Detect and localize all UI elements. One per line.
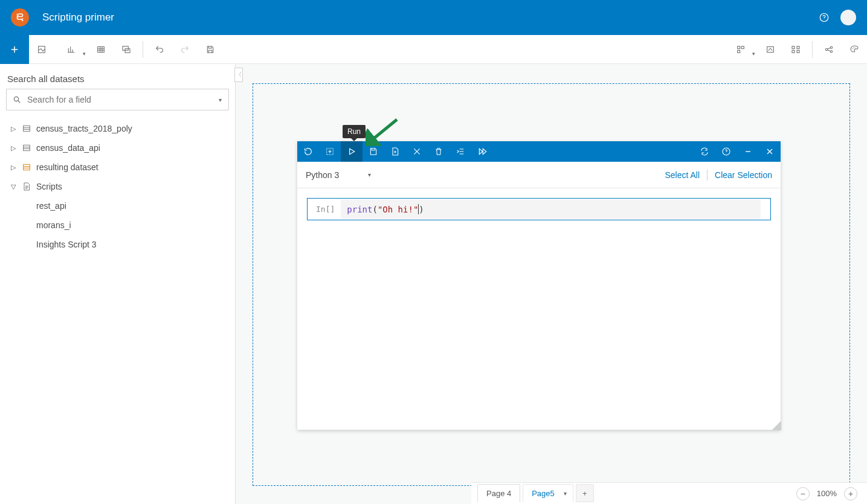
chevron-down-icon[interactable]: ▾ xyxy=(211,97,228,103)
expand-icon[interactable]: ▷ xyxy=(7,125,19,133)
workspace-canvas[interactable]: Run xyxy=(236,64,867,504)
tree-item-label: census_tracts_2018_poly xyxy=(34,124,132,133)
restart-icon[interactable] xyxy=(297,141,319,162)
import-file-icon[interactable] xyxy=(384,141,406,162)
theme-icon[interactable] xyxy=(842,35,867,64)
divider xyxy=(707,170,707,180)
app-header: Scripting primer xyxy=(0,0,867,35)
indent-icon[interactable] xyxy=(450,141,471,162)
card-dropzone: Run xyxy=(253,83,850,486)
svg-rect-10 xyxy=(792,46,794,48)
kernel-select[interactable]: Python 3 ▾ xyxy=(306,170,371,180)
refresh-icon[interactable] xyxy=(694,141,715,162)
svg-rect-21 xyxy=(24,126,30,131)
svg-point-1 xyxy=(824,19,825,20)
save-icon[interactable] xyxy=(198,35,223,64)
page-tab-label: Page5 xyxy=(532,489,555,498)
undo-icon[interactable] xyxy=(147,35,172,64)
clear-selection-button[interactable]: Clear Selection xyxy=(715,170,772,180)
tree-item-dataset[interactable]: ▷ census_tracts_2018_poly xyxy=(6,119,229,138)
model-card-icon[interactable] xyxy=(114,35,139,64)
tree-item-label: resulting dataset xyxy=(34,162,98,172)
console-help-icon[interactable] xyxy=(715,141,737,162)
svg-rect-8 xyxy=(738,50,740,53)
svg-point-19 xyxy=(856,48,856,48)
tools-icon[interactable] xyxy=(406,141,428,162)
code-cell[interactable]: In[] print("Oh hi!") xyxy=(307,198,771,220)
tree-item-label: Scripts xyxy=(34,182,62,191)
search-field[interactable] xyxy=(27,95,211,104)
filter-widget-icon[interactable] xyxy=(783,35,808,64)
run-all-icon[interactable] xyxy=(471,141,493,162)
select-all-button[interactable]: Select All xyxy=(665,170,700,180)
svg-rect-13 xyxy=(797,50,799,53)
search-input[interactable]: ▾ xyxy=(6,89,229,110)
console-body: In[] print("Oh hi!") xyxy=(297,188,781,430)
svg-rect-4 xyxy=(123,46,128,50)
chevron-down-icon[interactable]: ▾ xyxy=(564,490,567,497)
tree-item-script-child[interactable]: Insights Script 3 xyxy=(6,235,229,254)
tree-item-script-child[interactable]: morans_i xyxy=(6,215,229,235)
console-subtoolbar: Python 3 ▾ Select All Clear Selection xyxy=(297,162,781,188)
page-tab-active[interactable]: Page5 ▾ xyxy=(523,484,573,502)
console-toolbar xyxy=(297,141,781,162)
table-icon xyxy=(19,124,34,133)
tree-item-label: morans_i xyxy=(36,220,71,230)
svg-rect-22 xyxy=(24,145,30,150)
dataset-tree: ▷ census_tracts_2018_poly ▷ census_data_… xyxy=(6,119,229,254)
toolbar-divider xyxy=(143,41,143,58)
collapse-panel-icon[interactable]: 〈 xyxy=(234,68,243,82)
svg-rect-11 xyxy=(797,46,799,48)
add-page-button[interactable]: + xyxy=(576,484,594,502)
zoom-controls: − 100% + xyxy=(796,487,867,500)
tree-item-dataset[interactable]: ▷ resulting dataset xyxy=(6,158,229,177)
expand-icon[interactable]: ▷ xyxy=(7,144,19,152)
table-card-icon[interactable] xyxy=(88,35,114,64)
page-footer: Page 4 Page5 ▾ + − 100% + xyxy=(471,482,867,504)
help-icon[interactable] xyxy=(819,12,830,23)
tree-item-dataset[interactable]: ▷ census_data_api xyxy=(6,138,229,158)
minimize-icon[interactable] xyxy=(737,141,759,162)
svg-point-17 xyxy=(852,48,852,49)
collapse-icon[interactable]: ▽ xyxy=(7,183,19,191)
search-icon xyxy=(7,95,27,104)
code-input[interactable]: print("Oh hi!") xyxy=(341,199,761,219)
tree-item-scripts[interactable]: ▽ Scripts xyxy=(6,177,229,196)
expand-icon[interactable]: ▷ xyxy=(7,164,19,171)
zoom-out-button[interactable]: − xyxy=(796,487,810,500)
svg-rect-3 xyxy=(98,46,105,52)
run-tooltip: Run xyxy=(343,125,366,138)
zoom-in-button[interactable]: + xyxy=(844,487,857,500)
delete-icon[interactable] xyxy=(428,141,450,162)
add-button[interactable] xyxy=(0,35,29,64)
zoom-level: 100% xyxy=(817,489,837,498)
table-icon xyxy=(19,143,34,153)
widgets-icon[interactable]: ▾ xyxy=(724,35,758,64)
add-cell-icon[interactable] xyxy=(319,141,341,162)
script-console-card: Python 3 ▾ Select All Clear Selection In… xyxy=(297,141,781,430)
close-icon[interactable] xyxy=(759,141,781,162)
svg-rect-23 xyxy=(24,164,30,170)
svg-rect-9 xyxy=(767,46,774,52)
data-panel: Search all datasets ▾ ▷ census_tracts_20… xyxy=(0,64,236,504)
script-icon xyxy=(19,182,34,191)
svg-rect-12 xyxy=(792,50,794,53)
save-script-icon[interactable] xyxy=(363,141,384,162)
run-button[interactable] xyxy=(341,141,363,162)
resize-handle[interactable] xyxy=(772,421,781,430)
result-icon xyxy=(19,162,34,172)
chart-card-icon[interactable]: ▾ xyxy=(54,35,88,64)
avatar[interactable] xyxy=(840,10,856,25)
page-tab[interactable]: Page 4 xyxy=(477,484,520,502)
redo-icon[interactable] xyxy=(172,35,198,64)
svg-point-27 xyxy=(726,153,727,154)
link-icon[interactable] xyxy=(816,35,842,64)
text-widget-icon[interactable] xyxy=(758,35,783,64)
tree-item-label: census_data_api xyxy=(34,143,100,153)
tree-item-script-child[interactable]: rest_api xyxy=(6,196,229,215)
svg-point-20 xyxy=(14,97,18,101)
sidebar-title: Search all datasets xyxy=(7,74,229,84)
svg-rect-5 xyxy=(125,48,130,53)
chevron-down-icon: ▾ xyxy=(368,171,371,178)
map-card-icon[interactable] xyxy=(29,35,54,64)
